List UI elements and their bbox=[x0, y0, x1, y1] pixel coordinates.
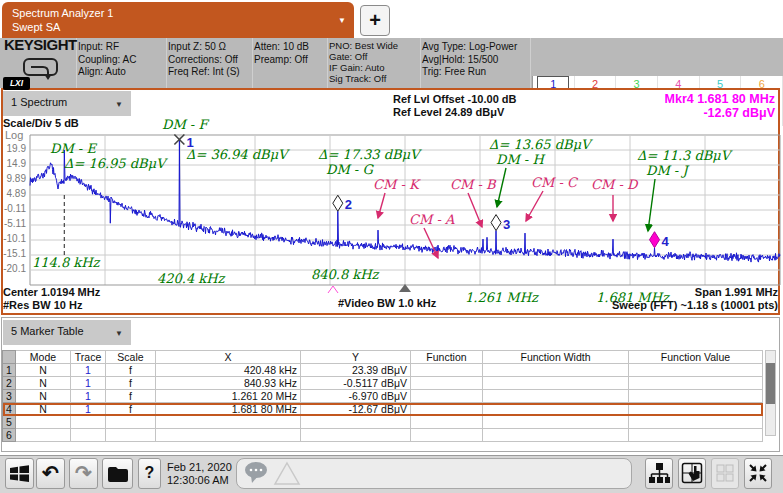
help-button[interactable]: ? bbox=[138, 458, 161, 489]
header-avg-settings: Avg Type: Log-PowerAvg|Hold: 15/500Trig:… bbox=[422, 38, 531, 88]
cell-f bbox=[411, 416, 483, 429]
cell-mode: N bbox=[16, 390, 71, 403]
center-freq-label: Center 1.0194 MHz bbox=[3, 286, 100, 299]
cell-f bbox=[411, 403, 483, 416]
notification-icons bbox=[243, 460, 303, 488]
redo-button[interactable]: ↷ bbox=[69, 458, 98, 489]
cell-mode bbox=[16, 416, 71, 429]
log-scale-label: Log bbox=[5, 129, 23, 141]
chevron-down-icon[interactable]: ▼ bbox=[115, 100, 123, 109]
cell-scale: f bbox=[106, 377, 156, 390]
cell-x bbox=[156, 429, 301, 442]
cell-scale: f bbox=[106, 403, 156, 416]
undo-button[interactable]: ↶ bbox=[36, 458, 65, 489]
collapse-fullscreen-button[interactable] bbox=[744, 458, 772, 489]
table-corner-cell bbox=[3, 351, 16, 364]
y-tick-label: -10.1 bbox=[0, 233, 26, 245]
cell-mode: N bbox=[16, 377, 71, 390]
cell-fw bbox=[483, 429, 629, 442]
cell-trace: 1 bbox=[71, 390, 106, 403]
cell-scale bbox=[106, 429, 156, 442]
cell-fw bbox=[483, 364, 629, 377]
cell-scale: f bbox=[106, 364, 156, 377]
marker-table-row-5[interactable]: 5 bbox=[3, 416, 763, 429]
column-header-mode: Mode bbox=[16, 351, 71, 364]
app-tab-swept-sa[interactable]: Spectrum Analyzer 1 Swept SA ▼ bbox=[2, 2, 354, 38]
cell-f bbox=[411, 364, 483, 377]
marker-table-row-3[interactable]: 3N1f1.261 20 MHz-6.970 dBμV bbox=[3, 390, 763, 403]
span-label: Span 1.991 MHz bbox=[695, 286, 778, 299]
cell-f bbox=[411, 390, 483, 403]
marker-table-row-4[interactable]: 4N1f1.681 80 MHz-12.67 dBμV bbox=[3, 403, 763, 416]
marker-table-row-2[interactable]: 2N1f840.93 kHz-0.5117 dBμV bbox=[3, 377, 763, 390]
folder-icon bbox=[105, 461, 131, 487]
app-tab-subtitle: Swept SA bbox=[12, 20, 344, 34]
y-tick-label: 9.89 bbox=[0, 173, 26, 185]
help-question-icon: ? bbox=[145, 464, 155, 481]
grid-layout-button-disabled bbox=[711, 458, 739, 489]
chevron-down-icon[interactable]: ▼ bbox=[338, 14, 346, 28]
marker-readout: Mkr4 1.681 80 MHz -12.67 dBμV bbox=[570, 92, 775, 120]
screen-layout-button[interactable] bbox=[645, 458, 673, 489]
cell-num: 1 bbox=[3, 364, 16, 377]
header-atten-settings: Atten: 10 dBPreamp: Off bbox=[254, 38, 328, 88]
window-hand-icon bbox=[680, 461, 704, 485]
notification-area[interactable] bbox=[236, 458, 632, 489]
alert-triangle-icon bbox=[275, 463, 299, 484]
cell-y: -0.5117 dBμV bbox=[301, 377, 411, 390]
cell-fw bbox=[483, 377, 629, 390]
cell-trace bbox=[71, 416, 106, 429]
cell-y: 23.39 dBμV bbox=[301, 364, 411, 377]
cell-num: 2 bbox=[3, 377, 16, 390]
cell-num: 6 bbox=[3, 429, 16, 442]
tab-spectrum-window[interactable]: 1 Spectrum ▼ bbox=[3, 91, 131, 116]
cell-num: 3 bbox=[3, 390, 16, 403]
redo-arrow-icon: ↷ bbox=[75, 462, 92, 484]
y-tick-label: 19.9 bbox=[0, 143, 26, 155]
collapse-arrows-icon bbox=[746, 461, 770, 485]
tab-marker-table-window[interactable]: 5 Marker Table ▼ bbox=[3, 320, 131, 345]
spectrum-window-border bbox=[1, 88, 780, 315]
cell-y: -6.970 dBμV bbox=[301, 390, 411, 403]
cell-trace: 1 bbox=[71, 403, 106, 416]
undo-arrow-icon: ↶ bbox=[42, 462, 59, 484]
add-tab-button[interactable]: + bbox=[360, 5, 390, 36]
cell-mode: N bbox=[16, 364, 71, 377]
window-select-button[interactable] bbox=[678, 458, 706, 489]
cell-num: 5 bbox=[3, 416, 16, 429]
cell-fv bbox=[629, 403, 763, 416]
ref-lvl-offset: Ref Lvl Offset -10.00 dB bbox=[393, 93, 516, 106]
y-tick-label: -15.1 bbox=[0, 248, 26, 260]
cell-trace bbox=[71, 429, 106, 442]
cell-fv bbox=[629, 364, 763, 377]
cell-scale bbox=[106, 416, 156, 429]
keysight-logo: KEYSIGHT bbox=[4, 39, 77, 52]
sweep-label: Sweep (FFT) ~1.18 s (10001 pts) bbox=[612, 299, 778, 312]
y-tick-label: -20.1 bbox=[0, 263, 26, 275]
y-tick-label: 4.89 bbox=[0, 188, 26, 200]
cell-x bbox=[156, 416, 301, 429]
marker-table-row-6[interactable]: 6 bbox=[3, 429, 763, 442]
header-pno-settings: PNO: Best WideGate: OffIF Gain: AutoSig … bbox=[329, 38, 421, 88]
chevron-down-icon[interactable]: ▼ bbox=[115, 329, 123, 338]
spectrum-analyzer-screen: Spectrum Analyzer 1 Swept SA ▼ + KEYSIGH… bbox=[0, 0, 783, 493]
cell-fv bbox=[629, 429, 763, 442]
marker-table: ModeTraceScaleXYFunctionFunction WidthFu… bbox=[2, 350, 763, 442]
cell-fv bbox=[629, 416, 763, 429]
marker-table-row-1[interactable]: 1N1f420.48 kHz23.39 dBμV bbox=[3, 364, 763, 377]
cell-mode: N bbox=[16, 403, 71, 416]
cell-trace: 1 bbox=[71, 364, 106, 377]
cell-fw bbox=[483, 403, 629, 416]
y-tick-label: 14.9 bbox=[0, 158, 26, 170]
scrollbar-thumb[interactable] bbox=[766, 363, 775, 404]
cell-fw bbox=[483, 416, 629, 429]
cell-x: 1.681 80 MHz bbox=[156, 403, 301, 416]
windows-menu-button[interactable] bbox=[5, 458, 34, 489]
datetime-display: Feb 21, 2020 12:30:06 AM bbox=[167, 461, 232, 487]
header-input-settings: Input: RFCoupling: ACAlign: Auto bbox=[78, 38, 167, 88]
cell-x: 840.93 kHz bbox=[156, 377, 301, 390]
cell-fw bbox=[483, 390, 629, 403]
file-save-button[interactable] bbox=[102, 458, 133, 489]
layout-nodes-icon bbox=[647, 461, 671, 485]
column-header-scale: Scale bbox=[106, 351, 156, 364]
